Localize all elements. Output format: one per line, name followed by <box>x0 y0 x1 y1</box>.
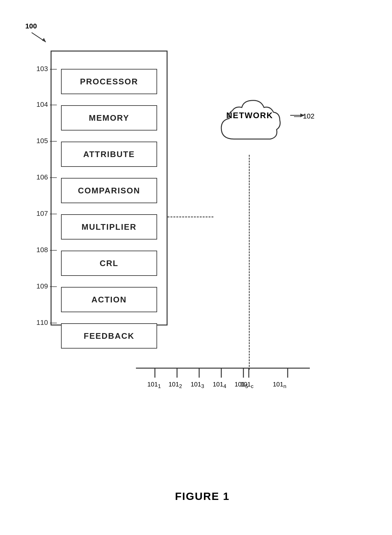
ref-107: 107 — <box>36 210 57 218</box>
device-box: PROCESSOR MEMORY ATTRIBUTE COMPARISON MU… <box>51 51 168 325</box>
dashed-line-horizontal <box>168 216 213 217</box>
module-action: ACTION <box>61 287 157 312</box>
module-multiplier: MULTIPLIER <box>61 214 157 240</box>
ref-105: 105 — <box>36 137 57 145</box>
bus-line <box>136 365 310 381</box>
ref-104: 104 — <box>36 100 57 109</box>
network-label: NETWORK <box>215 111 285 120</box>
module-crl: CRL <box>61 251 157 276</box>
node-101-n: 101n <box>273 381 286 390</box>
memory-label: MEMORY <box>89 113 129 123</box>
ref-106: 106 — <box>36 173 57 181</box>
ref-110: 110 — <box>36 319 57 327</box>
figure-caption: FIGURE 1 <box>19 490 386 502</box>
diagram-container: 100 PROCESSOR MEMORY ATTRIBUTE COMPARISO… <box>19 19 386 512</box>
module-feedback: FEEDBACK <box>61 323 157 349</box>
arrow-100-icon <box>30 31 49 44</box>
attribute-label: ATTRIBUTE <box>83 149 135 159</box>
ref-108: 108 — <box>36 246 57 254</box>
svg-marker-3 <box>300 113 304 117</box>
network-cloud-icon <box>209 92 291 155</box>
module-comparison: COMPARISON <box>61 178 157 203</box>
node-101-c: 101c <box>240 381 254 390</box>
dashed-line-vertical <box>249 155 250 370</box>
ref-109: 109 — <box>36 282 57 290</box>
module-attribute: ATTRIBUTE <box>61 142 157 167</box>
node-101-3: 1013 <box>191 381 204 390</box>
crl-label: CRL <box>100 258 118 268</box>
module-processor: PROCESSOR <box>61 69 157 94</box>
multiplier-label: MULTIPLIER <box>82 222 137 232</box>
fig-ref-100: 100 <box>25 22 37 30</box>
node-101-4: 1014 <box>213 381 226 390</box>
node-101-1: 1011 <box>147 381 161 390</box>
arrow-102-icon <box>290 111 309 120</box>
node-101-2: 1012 <box>168 381 182 390</box>
action-label: ACTION <box>91 295 127 305</box>
svg-marker-1 <box>42 38 46 42</box>
feedback-label: FEEDBACK <box>84 331 134 341</box>
comparison-label: COMPARISON <box>78 186 140 196</box>
module-memory: MEMORY <box>61 105 157 131</box>
ref-103: 103 — <box>36 65 57 73</box>
processor-label: PROCESSOR <box>80 77 138 87</box>
